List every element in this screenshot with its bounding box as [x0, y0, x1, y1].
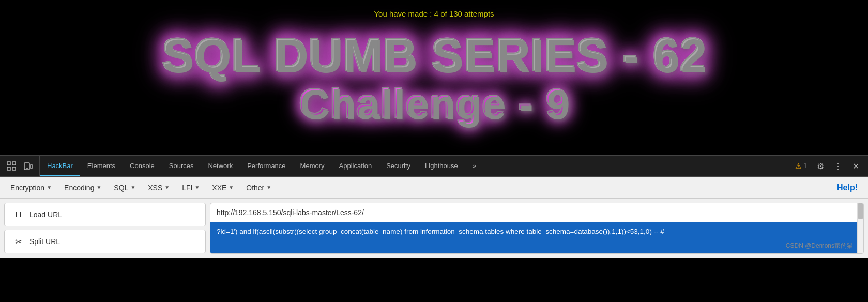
menu-arrow-other: ▼ — [266, 185, 271, 190]
menu-arrow-sql: ▼ — [130, 185, 135, 190]
devtools-tab-application[interactable]: Application — [332, 156, 379, 176]
banner: You have made : 4 of 130 attempts SQL DU… — [0, 0, 868, 155]
url-query[interactable]: ?id=1') and if(ascii(substr((select grou… — [210, 222, 863, 253]
devtools-tab-elements[interactable]: Elements — [80, 156, 123, 176]
load-url-label: Load URL — [29, 210, 62, 219]
devtools-tab-console[interactable]: Console — [123, 156, 162, 176]
devtools-tab-performance[interactable]: Performance — [240, 156, 293, 176]
device-toolbar-icon[interactable] — [21, 159, 35, 173]
svg-rect-2 — [7, 167, 10, 170]
warning-icon: ⚠ — [795, 162, 802, 170]
menu-arrow-encoding: ▼ — [96, 185, 101, 190]
devtools-tab-lighthouse[interactable]: Lighthouse — [418, 156, 465, 176]
hackbar-area: Encryption ▼Encoding ▼SQL ▼XSS ▼LFI ▼XXE… — [0, 177, 868, 258]
close-devtools-icon[interactable]: ✕ — [848, 159, 863, 173]
url-scrollbar-thumb — [858, 203, 863, 219]
url-scrollbar[interactable] — [857, 203, 863, 253]
devtools-more-button[interactable]: » — [465, 156, 483, 176]
menu-xss[interactable]: XSS ▼ — [143, 181, 175, 194]
svg-rect-1 — [12, 162, 16, 165]
hackbar-menu: Encryption ▼Encoding ▼SQL ▼XSS ▼LFI ▼XXE… — [0, 177, 868, 199]
url-panel: http://192.168.5.150/sqli-labs-master/Le… — [210, 203, 864, 254]
devtools-tab-security[interactable]: Security — [379, 156, 418, 176]
help-button[interactable]: Help! — [832, 180, 863, 195]
warning-badge[interactable]: ⚠ 1 — [792, 161, 810, 171]
menu-arrow-lfi: ▼ — [194, 185, 200, 190]
menu-encoding[interactable]: Encoding ▼ — [59, 181, 106, 194]
url-base[interactable]: http://192.168.5.150/sqli-labs-master/Le… — [210, 203, 863, 222]
devtools-tab-memory[interactable]: Memory — [293, 156, 332, 176]
devtools-left-icons — [0, 156, 40, 176]
more-options-icon[interactable]: ⋮ — [831, 159, 845, 173]
attempt-text: You have made : 4 of 130 attempts — [374, 9, 494, 18]
title-sub: Challenge - 9 — [299, 81, 570, 126]
split-url-icon: ✂ — [12, 235, 24, 248]
menu-other[interactable]: Other ▼ — [241, 181, 277, 194]
svg-rect-0 — [7, 162, 10, 165]
devtools-tab-sources[interactable]: Sources — [162, 156, 201, 176]
warning-count: 1 — [803, 162, 807, 170]
devtools-tab-hackbar[interactable]: HackBar — [40, 156, 80, 176]
settings-icon[interactable]: ⚙ — [813, 159, 828, 173]
menu-sql[interactable]: SQL ▼ — [109, 181, 141, 194]
csdn-watermark: CSDN @Demons家的猫 — [786, 241, 853, 250]
svg-rect-3 — [12, 167, 16, 170]
title-main: SQL DUMB SERIES - 62 — [162, 29, 707, 81]
menu-xxe[interactable]: XXE ▼ — [207, 181, 239, 194]
hackbar-content: 🖥 Load URL ✂ Split URL http://192.168.5.… — [0, 199, 868, 258]
svg-rect-5 — [31, 164, 32, 169]
devtools-right-icons: ⚠ 1 ⚙ ⋮ ✕ — [787, 159, 868, 173]
menu-encryption[interactable]: Encryption ▼ — [5, 181, 57, 194]
load-url-button[interactable]: 🖥 Load URL — [4, 203, 206, 226]
load-url-icon: 🖥 — [12, 208, 24, 221]
menu-arrow-xss: ▼ — [164, 185, 170, 190]
devtools-tabs: HackBarElementsConsoleSourcesNetworkPerf… — [40, 156, 787, 176]
left-buttons: 🖥 Load URL ✂ Split URL — [4, 203, 206, 254]
menu-arrow-encryption: ▼ — [47, 185, 52, 190]
menu-arrow-xxe: ▼ — [229, 185, 234, 190]
menu-lfi[interactable]: LFI ▼ — [177, 181, 205, 194]
devtools-toolbar: HackBarElementsConsoleSourcesNetworkPerf… — [0, 155, 868, 177]
devtools-tab-network[interactable]: Network — [201, 156, 240, 176]
inspect-icon[interactable] — [4, 159, 19, 173]
split-url-label: Split URL — [29, 237, 60, 246]
split-url-button[interactable]: ✂ Split URL — [4, 230, 206, 253]
